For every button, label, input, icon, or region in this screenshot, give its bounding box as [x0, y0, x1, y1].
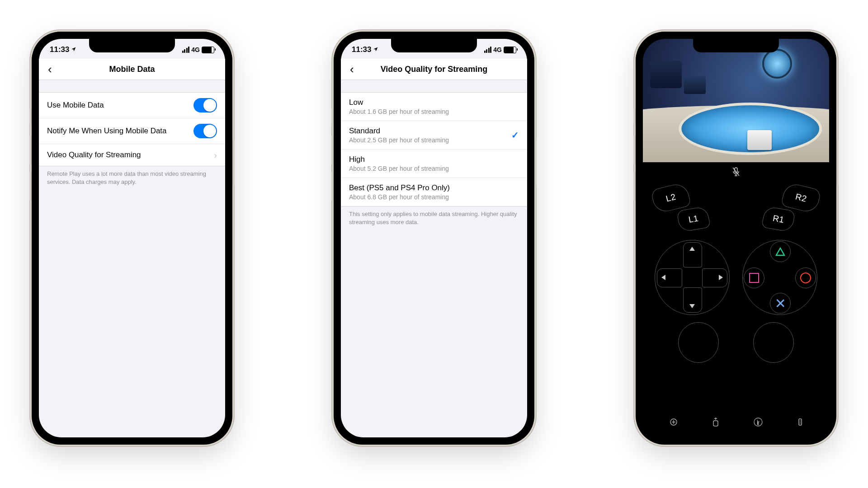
option-label: High: [349, 155, 449, 164]
footnote: Remote Play uses a lot more data than mo…: [39, 166, 225, 189]
status-time: 11:33: [352, 45, 371, 54]
dpad-down[interactable]: [683, 287, 702, 313]
row-label: Use Mobile Data: [47, 101, 104, 110]
option-label: Low: [349, 98, 449, 107]
row-label: Notify Me When Using Mobile Data: [47, 127, 167, 136]
option-sublabel: About 5.2 GB per hour of streaming: [349, 165, 449, 172]
option-sublabel: About 6.8 GB per hour of streaming: [349, 193, 450, 201]
footnote: This setting only applies to mobile data…: [341, 206, 527, 230]
dpad-left[interactable]: [657, 268, 682, 287]
game-stream-view[interactable]: [643, 39, 829, 162]
touchpad-icon[interactable]: [712, 417, 719, 429]
row-use-mobile-data[interactable]: Use Mobile Data: [39, 93, 225, 118]
dpad: [655, 240, 730, 315]
options-icon[interactable]: [797, 418, 803, 428]
battery-icon: [202, 47, 214, 53]
phone-video-quality: 11:33 4G ‹ Video Quality for Streaming L…: [334, 32, 534, 445]
network-label: 4G: [493, 46, 502, 53]
triangle-button[interactable]: [770, 241, 791, 262]
nav-header: ‹ Video Quality for Streaming: [341, 59, 527, 80]
cross-button[interactable]: [770, 293, 791, 314]
l1-button[interactable]: L1: [676, 206, 710, 233]
option-low[interactable]: Low About 1.6 GB per hour of streaming: [341, 93, 527, 121]
toggle-use-mobile-data[interactable]: [193, 98, 217, 113]
face-buttons: [742, 240, 817, 315]
share-icon[interactable]: [669, 418, 678, 428]
dpad-up[interactable]: [683, 242, 702, 267]
signal-icon: [182, 47, 190, 53]
ps-button-icon[interactable]: [753, 417, 763, 429]
signal-icon: [484, 47, 492, 53]
dpad-right[interactable]: [702, 268, 727, 287]
dpad-left-icon: [661, 275, 665, 280]
page-title: Video Quality for Streaming: [381, 65, 488, 74]
circle-icon: [800, 272, 811, 283]
row-label: Video Quality for Streaming: [47, 150, 141, 160]
square-button[interactable]: [744, 267, 764, 288]
notch: [89, 39, 175, 52]
svg-marker-2: [776, 248, 784, 255]
r1-button[interactable]: R1: [761, 206, 795, 233]
option-high[interactable]: High About 5.2 GB per hour of streaming: [341, 149, 527, 178]
option-sublabel: About 2.5 GB per hour of streaming: [349, 136, 449, 144]
page-title: Mobile Data: [109, 65, 155, 74]
dpad-up-icon: [689, 247, 695, 251]
bottom-bar: [643, 415, 829, 431]
square-icon: [749, 273, 759, 283]
row-notify-mobile-data[interactable]: Notify Me When Using Mobile Data: [39, 118, 225, 144]
svg-rect-4: [713, 421, 718, 426]
nav-header: ‹ Mobile Data: [39, 59, 225, 80]
notch: [391, 39, 477, 52]
notch: [693, 39, 779, 52]
option-standard[interactable]: Standard About 2.5 GB per hour of stream…: [341, 121, 527, 149]
option-label: Best (PS5 and PS4 Pro Only): [349, 183, 450, 192]
phone-mobile-data: 11:33 4G ‹ Mobile Data Use Mobile Data N: [32, 32, 232, 445]
phone-remote-play: L2 L1 R2 R1: [636, 32, 836, 445]
network-label: 4G: [191, 46, 200, 53]
back-button[interactable]: ‹: [345, 61, 359, 78]
virtual-controller: L2 L1 R2 R1: [643, 162, 829, 437]
dpad-right-icon: [719, 275, 723, 280]
mic-muted-icon[interactable]: [732, 167, 740, 178]
row-video-quality[interactable]: Video Quality for Streaming ›: [39, 144, 225, 166]
status-time: 11:33: [50, 45, 69, 54]
chevron-right-icon: ›: [214, 150, 217, 160]
checkmark-icon: ✓: [511, 130, 519, 141]
option-label: Standard: [349, 127, 449, 136]
option-best[interactable]: Best (PS5 and PS4 Pro Only) About 6.8 GB…: [341, 178, 527, 206]
back-button[interactable]: ‹: [43, 61, 57, 78]
battery-icon: [504, 47, 516, 53]
circle-button[interactable]: [795, 267, 816, 288]
left-stick[interactable]: [678, 322, 719, 363]
right-stick[interactable]: [753, 322, 794, 363]
location-icon: [71, 45, 76, 54]
location-icon: [373, 45, 378, 54]
cross-icon: [775, 298, 785, 308]
toggle-notify[interactable]: [193, 124, 217, 138]
option-sublabel: About 1.6 GB per hour of streaming: [349, 108, 449, 115]
dpad-down-icon: [689, 304, 695, 308]
